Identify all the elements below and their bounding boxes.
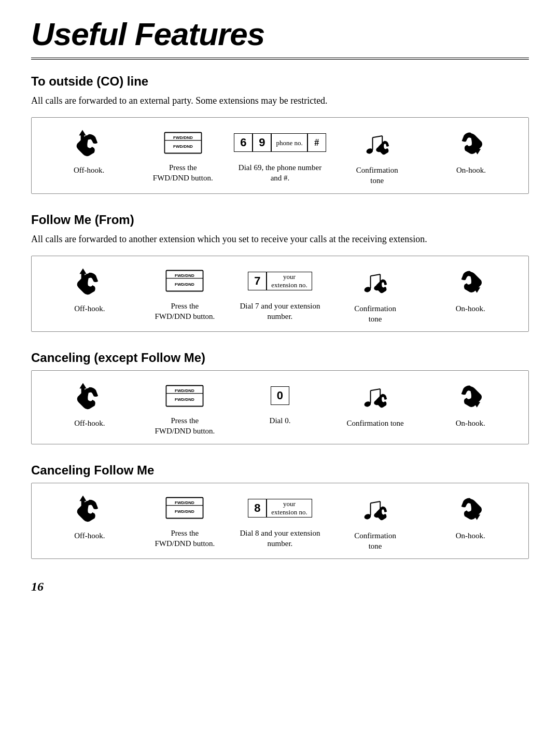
section-heading-fmf: Follow Me (From) <box>31 213 529 227</box>
step-offhook-cancel: Off-hook. <box>42 380 137 428</box>
confirm-label-co: Confirmation tone <box>356 165 398 186</box>
onhook-icon-co <box>454 127 488 161</box>
key-7: 7 <box>248 272 267 290</box>
instruction-box-cancel: Off-hook. Press the FWD/DND button. 0 Di… <box>31 370 529 444</box>
offhook-icon-fmf <box>70 265 109 299</box>
fwddnd-label-fmf: Press the FWD/DND button. <box>155 301 215 322</box>
page-title: Useful Features <box>31 16 529 52</box>
dial-label-cancel: Dial 0. <box>270 415 291 426</box>
confirm-icon-cfm <box>358 493 392 526</box>
dial-icon-fmf: 7 your extension no. <box>248 265 312 297</box>
fwddnd-label-co: Press the FWD/DND button. <box>153 162 213 184</box>
section-heading-cancel: Canceling (except Follow Me) <box>31 351 529 365</box>
step-onhook-fmf: On-hook. <box>423 265 518 314</box>
onhook-icon-cancel <box>454 380 487 414</box>
key-hash: # <box>307 133 326 152</box>
confirm-label-cfm: Confirmation tone <box>354 530 396 552</box>
step-offhook-co: Off-hook. <box>42 127 136 175</box>
step-confirm-cfm: Confirmation tone <box>328 493 423 552</box>
instruction-box-fmf: Off-hook. Press the FWD/DND button. 7 yo… <box>31 256 529 332</box>
fwddnd-label-cfm: Press the FWD/DND button. <box>155 528 215 549</box>
step-fwddnd-fmf: Press the FWD/DND button. <box>137 265 233 322</box>
step-onhook-cancel: On-hook. <box>423 380 518 428</box>
onhook-label-co: On-hook. <box>456 165 486 175</box>
key-0: 0 <box>271 386 289 405</box>
onhook-label-fmf: On-hook. <box>456 303 485 314</box>
onhook-label-cancel: On-hook. <box>456 418 485 428</box>
section-heading-cfm: Canceling Follow Me <box>31 463 529 478</box>
step-dial-cfm: 8 your extension no. Dial 8 and your ext… <box>232 493 328 549</box>
section-co-line: To outside (CO) line All calls are forwa… <box>31 74 529 194</box>
fwddnd-icon-cancel <box>164 380 205 411</box>
offhook-label-cancel: Off-hook. <box>74 418 105 428</box>
step-confirm-co: Confirmation tone <box>330 127 424 186</box>
dial-icon-cfm: 8 your extension no. <box>248 493 312 524</box>
fwddnd-icon-cfm <box>164 493 205 524</box>
offhook-icon-cancel <box>70 380 109 414</box>
offhook-label-cfm: Off-hook. <box>74 530 105 541</box>
confirm-label-fmf: Confirmation tone <box>354 303 396 325</box>
step-dial-co: 6 9 phone no. # Dial 69, the phone numbe… <box>230 127 330 184</box>
offhook-icon-co <box>69 127 108 161</box>
section-follow-me-from: Follow Me (From) All calls are forwarded… <box>31 213 529 332</box>
ext-box-fmf: your extension no. <box>267 272 312 290</box>
step-fwddnd-cancel: Press the FWD/DND button. <box>137 380 233 437</box>
step-confirm-fmf: Confirmation tone <box>328 265 423 325</box>
section-desc-fmf: All calls are forwarded to another exten… <box>31 232 529 246</box>
key-8: 8 <box>248 499 267 518</box>
section-cancel-fm: Canceling Follow Me Off-hook. Press the … <box>31 463 529 560</box>
step-dial-cancel: 0 Dial 0. <box>232 380 328 426</box>
confirm-label-cancel: Confirmation tone <box>346 418 403 428</box>
dial-icon-co: 6 9 phone no. # <box>234 127 326 158</box>
step-dial-fmf: 7 your extension no. Dial 7 and your ext… <box>232 265 328 322</box>
section-desc-co: All calls are forwarded to an external p… <box>31 94 529 108</box>
step-offhook-cfm: Off-hook. <box>42 493 137 541</box>
confirm-icon-co <box>360 127 394 161</box>
section-heading-co: To outside (CO) line <box>31 74 529 89</box>
key-phone-label: phone no. <box>271 133 307 152</box>
page-number: 16 <box>31 580 529 594</box>
step-fwddnd-co: Press the FWD/DND button. <box>136 127 230 184</box>
step-confirm-cancel: Confirmation tone <box>328 380 423 428</box>
step-onhook-cfm: On-hook. <box>423 493 518 541</box>
dial-label-fmf: Dial 7 and your extension number. <box>240 301 320 322</box>
onhook-icon-fmf <box>454 265 487 299</box>
step-onhook-co: On-hook. <box>424 127 518 175</box>
offhook-icon-cfm <box>70 493 109 526</box>
title-divider <box>31 58 529 60</box>
onhook-icon-cfm <box>454 493 487 526</box>
key-9: 9 <box>253 133 271 152</box>
confirm-icon-fmf <box>358 265 392 299</box>
onhook-label-cfm: On-hook. <box>456 530 485 541</box>
section-cancel: Canceling (except Follow Me) Off-hook. P… <box>31 351 529 444</box>
confirm-icon-cancel <box>358 380 392 414</box>
offhook-label-co: Off-hook. <box>74 165 104 175</box>
step-fwddnd-cfm: Press the FWD/DND button. <box>137 493 233 549</box>
instruction-box-co: Off-hook. Press the FWD/DND button. 6 9 … <box>31 117 529 194</box>
key-6: 6 <box>234 133 253 152</box>
dial-label-co: Dial 69, the phone number and #. <box>239 162 321 184</box>
fwddnd-icon-co <box>162 127 204 158</box>
fwddnd-label-cancel: Press the FWD/DND button. <box>155 415 215 437</box>
fwddnd-icon-fmf <box>164 265 205 297</box>
ext-box-cfm: your extension no. <box>267 499 312 518</box>
dial-icon-cancel: 0 <box>271 380 289 411</box>
step-offhook-fmf: Off-hook. <box>42 265 137 314</box>
dial-label-cfm: Dial 8 and your extension number. <box>240 528 320 549</box>
offhook-label-fmf: Off-hook. <box>74 303 105 314</box>
instruction-box-cfm: Off-hook. Press the FWD/DND button. 8 yo… <box>31 483 529 560</box>
